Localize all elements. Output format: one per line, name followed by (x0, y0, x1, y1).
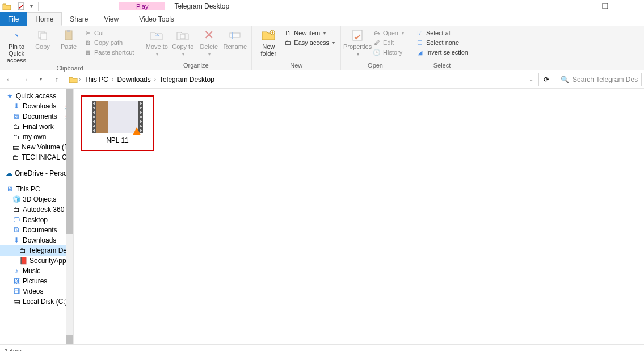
minimize-button[interactable]: — (566, 0, 592, 12)
search-box[interactable]: 🔍 Search Telegram Desktop (557, 73, 642, 86)
sidebar-item[interactable]: ⬇Downloads📌 (0, 101, 73, 111)
copy-to-button[interactable]: Copy to (170, 27, 196, 58)
svg-rect-3 (41, 33, 47, 40)
history-icon: 🕓 (373, 48, 381, 56)
chevron-right-icon[interactable]: › (112, 76, 113, 82)
sidebar-item[interactable]: ♪Music (0, 266, 73, 276)
recent-locations-button[interactable]: ▾ (34, 73, 48, 86)
rename-button[interactable]: Rename (222, 27, 248, 50)
sidebar-item[interactable]: 🖺Documents📌 (0, 111, 73, 122)
copy-path-button[interactable]: 🗎Copy path (84, 39, 134, 47)
tab-video-tools[interactable]: Video Tools (131, 12, 182, 26)
sidebar-scrollbar[interactable] (66, 89, 73, 344)
folder-icon: 🗀 (12, 123, 20, 131)
sidebar-quick-access[interactable]: ★Quick access (0, 91, 73, 101)
file-list-pane[interactable]: NPL 11 (74, 89, 644, 344)
sidebar-onedrive[interactable]: ☁OneDrive - Person (0, 168, 73, 178)
scroll-up-button[interactable] (66, 89, 73, 98)
copy-label: Copy (35, 43, 50, 50)
tab-file[interactable]: File (0, 12, 27, 26)
address-bar[interactable]: › This PC › Downloads › Telegram Desktop… (66, 73, 536, 86)
sidebar-item[interactable]: 🗀my own (0, 132, 73, 142)
select-none-button[interactable]: ☐Select none (416, 39, 468, 47)
maximize-button[interactable] (592, 0, 618, 12)
properties-icon[interactable] (16, 2, 26, 11)
properties-button[interactable]: Properties (344, 27, 371, 58)
copy-path-icon: 🗎 (84, 39, 92, 47)
sidebar-item[interactable]: 🧊3D Objects (0, 194, 73, 204)
easy-access-button[interactable]: 🗀Easy access (284, 39, 335, 47)
sidebar-item[interactable]: 🖺Documents (0, 225, 73, 235)
sidebar-item[interactable]: 🗀Final work (0, 122, 73, 132)
open-icon: 🗁 (373, 29, 381, 37)
sidebar-item[interactable]: 🗀TECHNICAL CO (0, 152, 73, 162)
sidebar-item[interactable]: 🖼Pictures (0, 276, 73, 286)
group-select: ☑Select all ☐Select none ◪Invert selecti… (410, 26, 474, 70)
invert-selection-icon: ◪ (416, 48, 424, 56)
breadcrumb-item[interactable]: This PC (82, 76, 111, 83)
easy-access-icon: 🗀 (284, 39, 292, 47)
sidebar-item[interactable]: 🖴New Volume (D: (0, 142, 73, 152)
back-button[interactable]: ← (2, 73, 16, 86)
group-label-open: Open (341, 62, 410, 70)
open-button[interactable]: 🗁Open (373, 29, 404, 37)
group-new: ✦ New folder 🗋New item 🗀Easy access New (252, 26, 341, 70)
sidebar-item[interactable]: 📕SecurityApplian (0, 256, 73, 266)
refresh-button[interactable]: ⟳ (538, 73, 554, 86)
new-folder-button[interactable]: ✦ New folder (255, 27, 281, 57)
svg-rect-5 (67, 30, 70, 32)
paste-button[interactable]: Paste (56, 27, 82, 50)
pin-label: Pin to Quick access (3, 43, 30, 64)
scroll-down-button[interactable] (66, 335, 73, 344)
navigation-pane[interactable]: ★Quick access ⬇Downloads📌 🖺Documents📌 🗀F… (0, 89, 74, 344)
folder-icon (2, 2, 11, 11)
sidebar-item[interactable]: 🖵Desktop (0, 215, 73, 225)
item-count: 1 item (5, 348, 22, 352)
pc-icon: 🖥 (6, 185, 14, 193)
group-organize: Move to Copy to ✕ Delete Rename Organize (140, 26, 252, 70)
tab-view[interactable]: View (96, 12, 127, 26)
paste-shortcut-button[interactable]: 🗏Paste shortcut (84, 48, 134, 56)
invert-selection-button[interactable]: ◪Invert selection (416, 48, 468, 56)
tab-home[interactable]: Home (27, 12, 62, 26)
pictures-icon: 🖼 (12, 277, 20, 285)
pin-to-quick-access-button[interactable]: Pin to Quick access (3, 27, 30, 64)
delete-button[interactable]: ✕ Delete (196, 27, 222, 58)
sidebar-this-pc[interactable]: 🖥This PC (0, 184, 73, 194)
quick-access-toolbar: ▾ (0, 2, 40, 11)
breadcrumb-item[interactable]: Telegram Desktop (157, 76, 217, 83)
group-label-organize: Organize (140, 62, 251, 70)
up-button[interactable]: ↑ (50, 73, 64, 86)
forward-button[interactable]: → (18, 73, 32, 86)
file-item[interactable]: NPL 11 (81, 95, 154, 151)
svg-rect-4 (65, 31, 72, 40)
sidebar-item-selected[interactable]: 🗀Telegram Deskt (0, 245, 73, 256)
drive-icon: 🖴 (12, 298, 20, 306)
sidebar-item[interactable]: 🗀Autodesk 360 (0, 204, 73, 215)
sidebar-item[interactable]: 🖴Local Disk (C:) (0, 296, 73, 307)
chevron-right-icon[interactable]: › (154, 76, 156, 82)
history-button[interactable]: 🕓History (373, 48, 404, 56)
new-item-button[interactable]: 🗋New item (284, 29, 335, 37)
archive-icon: 📕 (19, 257, 27, 265)
file-name: NPL 11 (84, 136, 151, 144)
copy-button[interactable]: Copy (30, 27, 56, 50)
scroll-thumb[interactable] (66, 98, 73, 234)
chevron-right-icon[interactable]: › (79, 76, 81, 82)
breadcrumb-item[interactable]: Downloads (115, 76, 153, 83)
svg-rect-7 (230, 33, 240, 37)
folder-icon: 🗀 (12, 153, 19, 161)
select-all-button[interactable]: ☑Select all (416, 29, 468, 37)
address-dropdown-icon[interactable]: ⌄ (529, 76, 533, 82)
new-folder-icon: ✦ (262, 28, 275, 42)
cut-icon: ✂ (84, 29, 92, 37)
cut-button[interactable]: ✂Cut (84, 29, 134, 37)
tab-share[interactable]: Share (62, 12, 96, 26)
explorer-body: ★Quick access ⬇Downloads📌 🖺Documents📌 🗀F… (0, 89, 644, 344)
qat-dropdown-icon[interactable]: ▾ (27, 2, 36, 11)
move-to-button[interactable]: Move to (144, 27, 170, 58)
edit-button[interactable]: 🖉Edit (373, 39, 404, 47)
sidebar-item[interactable]: 🎞Videos (0, 286, 73, 296)
ribbon: Pin to Quick access Copy Paste ✂Cut 🗎Cop… (0, 26, 644, 70)
sidebar-item[interactable]: ⬇Downloads (0, 235, 73, 245)
